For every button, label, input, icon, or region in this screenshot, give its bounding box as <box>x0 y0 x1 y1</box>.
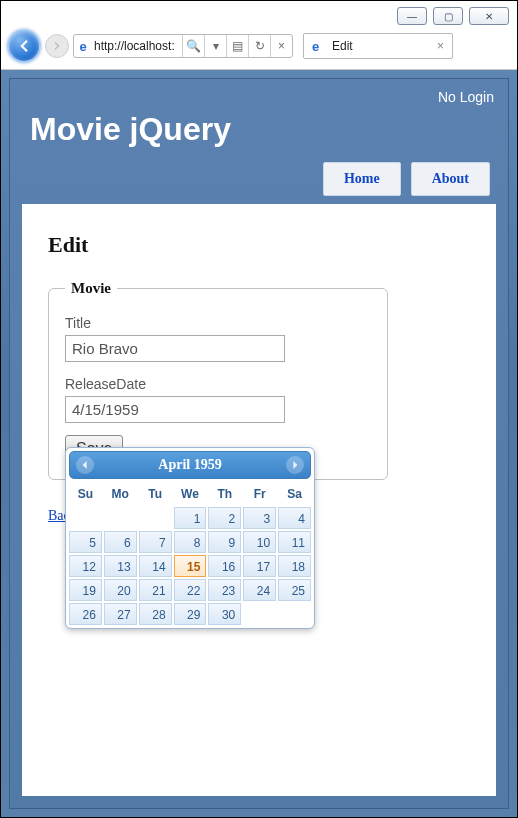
address-bar[interactable]: e 🔍 ▾ ▤ ↻ × <box>73 34 293 58</box>
datepicker-next[interactable] <box>286 456 304 474</box>
browser-window: — ▢ ✕ e 🔍 ▾ ▤ ↻ × e Edit × <box>0 0 518 818</box>
browser-tab[interactable]: e Edit × <box>303 33 453 59</box>
datepicker-grid: SuMoTuWeThFrSa12345678910111213141516171… <box>69 483 311 625</box>
datepicker-day[interactable]: 24 <box>243 579 276 601</box>
datepicker-day[interactable]: 18 <box>278 555 311 577</box>
title-field: Title <box>65 315 371 362</box>
datepicker-blank <box>104 507 137 529</box>
datepicker-day[interactable]: 11 <box>278 531 311 553</box>
page-body: No Login Movie jQuery Home About Edit Mo… <box>9 78 509 809</box>
tab-title: Edit <box>332 39 353 53</box>
datepicker-day[interactable]: 20 <box>104 579 137 601</box>
datepicker-day[interactable]: 13 <box>104 555 137 577</box>
ie-icon: e <box>74 39 92 54</box>
datepicker-day[interactable]: 14 <box>139 555 172 577</box>
datepicker-dow: We <box>174 483 207 505</box>
datepicker-dow: Su <box>69 483 102 505</box>
datepicker-day[interactable]: 1 <box>174 507 207 529</box>
datepicker-day[interactable]: 15 <box>174 555 207 577</box>
datepicker-blank <box>139 507 172 529</box>
datepicker-day[interactable]: 26 <box>69 603 102 625</box>
url-input[interactable] <box>92 37 182 55</box>
tab-close-icon[interactable]: × <box>437 39 444 53</box>
datepicker-day[interactable]: 23 <box>208 579 241 601</box>
nav-home[interactable]: Home <box>323 162 401 196</box>
minimize-button[interactable]: — <box>397 7 427 25</box>
datepicker-day[interactable]: 6 <box>104 531 137 553</box>
datepicker-day[interactable]: 12 <box>69 555 102 577</box>
datepicker-day[interactable]: 9 <box>208 531 241 553</box>
login-status[interactable]: No Login <box>10 79 508 105</box>
datepicker-dow: Fr <box>243 483 276 505</box>
chevron-right-icon <box>291 461 299 469</box>
stop-icon[interactable]: × <box>270 35 292 57</box>
address-tools: 🔍 ▾ ▤ ↻ × <box>182 35 292 57</box>
primary-nav: Home About <box>10 162 508 196</box>
datepicker-month-label: April 1959 <box>158 457 221 473</box>
refresh-icon[interactable]: ↻ <box>248 35 270 57</box>
datepicker-day[interactable]: 21 <box>139 579 172 601</box>
datepicker-day[interactable]: 19 <box>69 579 102 601</box>
datepicker-day[interactable]: 7 <box>139 531 172 553</box>
nav-back-button[interactable] <box>7 29 41 63</box>
nav-forward-button <box>45 34 69 58</box>
content-card: Edit Movie Title ReleaseDate <box>22 204 496 796</box>
viewport: No Login Movie jQuery Home About Edit Mo… <box>1 70 517 817</box>
datepicker-day[interactable]: 2 <box>208 507 241 529</box>
compat-view-icon[interactable]: ▤ <box>226 35 248 57</box>
datepicker-day[interactable]: 5 <box>69 531 102 553</box>
datepicker-day[interactable]: 29 <box>174 603 207 625</box>
datepicker-dow: Th <box>208 483 241 505</box>
datepicker-day[interactable]: 28 <box>139 603 172 625</box>
arrow-left-icon <box>15 37 33 55</box>
search-icon[interactable]: 🔍 <box>182 35 204 57</box>
ie-icon: e <box>312 39 326 54</box>
datepicker: April 1959 SuMoTuWeThFrSa123456789101112… <box>65 447 315 629</box>
chevron-left-icon <box>81 461 89 469</box>
url-dropdown-icon[interactable]: ▾ <box>204 35 226 57</box>
releasedate-label: ReleaseDate <box>65 376 371 392</box>
datepicker-header: April 1959 <box>69 451 311 479</box>
datepicker-dow: Sa <box>278 483 311 505</box>
site-brand: Movie jQuery <box>10 105 508 162</box>
datepicker-dow: Mo <box>104 483 137 505</box>
maximize-button[interactable]: ▢ <box>433 7 463 25</box>
movie-fieldset: Movie Title ReleaseDate <box>48 280 388 480</box>
window-close-button[interactable]: ✕ <box>469 7 509 25</box>
releasedate-input[interactable] <box>65 396 285 423</box>
datepicker-prev[interactable] <box>76 456 94 474</box>
title-label: Title <box>65 315 371 331</box>
datepicker-day[interactable]: 3 <box>243 507 276 529</box>
fieldset-legend: Movie <box>65 280 117 297</box>
page-title: Edit <box>48 232 470 258</box>
datepicker-day[interactable]: 4 <box>278 507 311 529</box>
releasedate-field: ReleaseDate <box>65 376 371 423</box>
datepicker-day[interactable]: 8 <box>174 531 207 553</box>
browser-toolbar: e 🔍 ▾ ▤ ↻ × e Edit × <box>1 27 517 70</box>
datepicker-day[interactable]: 10 <box>243 531 276 553</box>
datepicker-blank <box>69 507 102 529</box>
arrow-right-icon <box>51 40 63 52</box>
datepicker-day[interactable]: 30 <box>208 603 241 625</box>
datepicker-day[interactable]: 27 <box>104 603 137 625</box>
datepicker-day[interactable]: 22 <box>174 579 207 601</box>
datepicker-day[interactable]: 16 <box>208 555 241 577</box>
datepicker-day[interactable]: 25 <box>278 579 311 601</box>
nav-about[interactable]: About <box>411 162 490 196</box>
window-controls: — ▢ ✕ <box>1 1 517 27</box>
datepicker-day[interactable]: 17 <box>243 555 276 577</box>
title-input[interactable] <box>65 335 285 362</box>
datepicker-dow: Tu <box>139 483 172 505</box>
